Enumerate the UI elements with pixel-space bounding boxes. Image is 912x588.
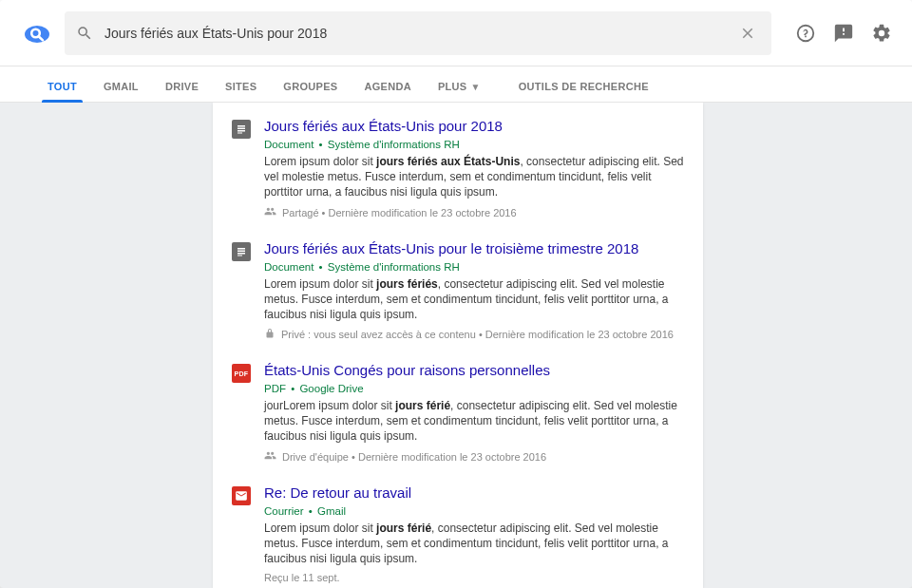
result-meta-source: Google Drive [299,383,363,394]
help-button[interactable] [788,16,823,50]
result-footer: Privé : vous seul avez accès à ce conten… [264,328,684,341]
tab-label: TOUT [48,81,77,92]
tab-label: SITES [225,81,256,92]
search-input[interactable] [103,25,735,42]
search-box[interactable] [65,11,771,55]
settings-button[interactable] [864,16,899,50]
result-body: Jours fériés aux États-Unis pour le troi… [264,240,684,341]
tab-label: DRIVE [165,81,199,92]
result-meta: Document • Système d'informations RH [264,261,684,273]
result-footer-text: Drive d'équipe • Dernière modification l… [282,451,546,463]
header-actions [788,16,899,50]
cloud-search-logo-icon [23,22,51,45]
tab-label: PLUS [438,81,467,92]
search-result: PDFÉtats-Unis Congés pour raisons person… [232,362,684,464]
tab-more[interactable]: PLUS▼ [425,81,494,102]
result-snippet: Lorem ipsum dolor sit jours fériés, cons… [264,276,684,322]
result-title[interactable]: Jours fériés aux États-Unis pour 2018 [264,118,684,135]
pdf-file-icon: PDF [232,364,251,383]
mail-file-icon [232,486,251,505]
tab-agenda[interactable]: AGENDA [351,81,424,102]
feedback-button[interactable] [826,16,861,50]
search-icon [76,25,93,42]
tab-gmail[interactable]: GMAIL [90,81,152,102]
tab-label: GMAIL [104,81,139,92]
result-meta: PDF • Google Drive [264,383,684,394]
caret-down-icon: ▼ [470,82,480,92]
feedback-icon [833,23,854,44]
result-snippet: jourLorem ipsum dolor sit jours férié, c… [264,398,684,444]
tab-groups[interactable]: GROUPES [270,81,351,102]
result-title[interactable]: Jours fériés aux États-Unis pour le troi… [264,240,684,257]
result-body: Jours fériés aux États-Unis pour 2018Doc… [264,118,684,219]
tab-label: AGENDA [364,81,410,92]
tab-search-tools[interactable]: OUTILS DE RECHERCHE [505,81,662,102]
tab-label: GROUPES [283,81,337,92]
doc-file-icon [232,242,251,261]
result-footer: Drive d'équipe • Dernière modification l… [264,449,684,464]
search-result: Jours fériés aux États-Unis pour le troi… [232,240,684,341]
clear-search-button[interactable] [735,21,760,46]
tab-drive[interactable]: DRIVE [152,81,212,102]
doc-file-icon [232,120,251,139]
search-result: Re: De retour au travailCourrier • Gmail… [232,484,684,583]
gear-icon [871,23,892,44]
result-snippet: Lorem ipsum dolor sit jours fériés aux É… [264,154,684,199]
cloud-search-logo[interactable] [13,22,61,45]
result-footer: Reçu le 11 sept. [264,572,684,583]
result-meta-source: Gmail [317,505,346,517]
result-meta-source: Système d'informations RH [328,261,460,273]
result-title[interactable]: Re: De retour au travail [264,484,684,502]
result-body: États-Unis Congés pour raisons personnel… [264,362,684,464]
results-panel: Jours fériés aux États-Unis pour 2018Doc… [213,103,703,588]
lock-icon [264,328,276,341]
result-footer: Partagé • Dernière modification le 23 oc… [264,205,684,219]
result-title[interactable]: États-Unis Congés pour raisons personnel… [264,362,684,379]
people-icon [264,205,276,219]
result-meta: Courrier • Gmail [264,505,684,517]
result-footer-text: Partagé • Dernière modification le 23 oc… [282,207,517,218]
close-icon [739,25,756,42]
result-meta: Document • Système d'informations RH [264,139,684,150]
result-meta-type: Courrier [264,505,304,517]
search-result: Jours fériés aux États-Unis pour 2018Doc… [232,118,684,219]
result-snippet: Lorem ipsum dolor sit jours férié, conse… [264,521,684,566]
filter-tabs: TOUT GMAIL DRIVE SITES GROUPES AGENDA PL… [0,66,912,103]
result-meta-type: Document [264,139,314,150]
tab-all[interactable]: TOUT [34,81,90,102]
tab-sites[interactable]: SITES [212,81,270,102]
result-footer-text: Privé : vous seul avez accès à ce conten… [281,329,674,340]
result-meta-source: Système d'informations RH [328,139,460,150]
tab-label: OUTILS DE RECHERCHE [519,81,649,92]
result-body: Re: De retour au travailCourrier • Gmail… [264,484,684,583]
result-meta-type: PDF [264,383,286,394]
result-footer-text: Reçu le 11 sept. [264,572,340,583]
header-bar [0,0,912,66]
result-meta-type: Document [264,261,314,273]
content-surface: Jours fériés aux États-Unis pour 2018Doc… [0,103,912,588]
help-icon [795,23,816,44]
people-icon [264,449,276,464]
